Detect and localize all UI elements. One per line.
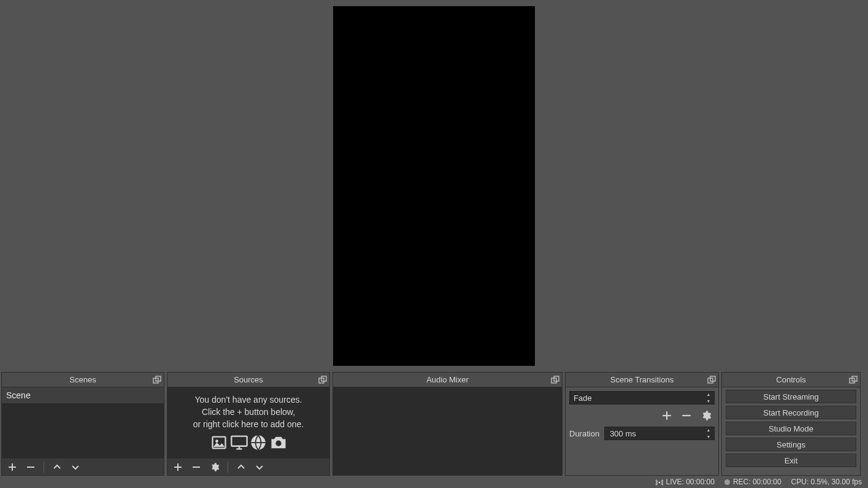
svg-rect-9 [231, 436, 247, 446]
transitions-body: Fade ▲▼ Duration 300 ms ▲▼ [566, 387, 718, 475]
add-transition-button[interactable] [659, 408, 674, 423]
transition-selected-label: Fade [574, 393, 592, 403]
exit-button[interactable]: Exit [726, 454, 856, 467]
mixer-dock-title: Audio Mixer [426, 375, 469, 384]
add-source-button[interactable] [171, 460, 185, 474]
controls-body: Start Streaming Start Recording Studio M… [722, 387, 860, 475]
scenes-dock-header: Scenes [2, 373, 164, 387]
globe-icon [250, 434, 267, 451]
transitions-dock: Scene Transitions Fade ▲▼ [565, 372, 719, 476]
mixer-body [333, 387, 562, 475]
toolbar-separator [44, 462, 44, 473]
start-recording-button[interactable]: Start Recording [726, 406, 856, 419]
sources-hint-icons [210, 434, 286, 451]
broadcast-icon [656, 479, 663, 486]
popout-icon[interactable] [848, 374, 859, 385]
status-rec-text: REC: 00:00:00 [733, 478, 782, 486]
popout-icon[interactable] [706, 374, 717, 385]
sources-empty-message[interactable]: You don't have any sources. Click the + … [167, 387, 329, 458]
duration-value: 300 ms [610, 429, 636, 438]
scenes-body: Scene [2, 387, 164, 475]
popout-icon[interactable] [152, 374, 163, 385]
svg-point-26 [659, 481, 661, 483]
camera-icon [269, 434, 286, 451]
transitions-dock-header: Scene Transitions [566, 373, 718, 387]
controls-dock-title: Controls [776, 375, 805, 384]
status-live-text: LIVE: 00:00:00 [666, 478, 714, 486]
source-properties-button[interactable] [208, 460, 221, 474]
popout-icon[interactable] [550, 374, 561, 385]
duration-row: Duration 300 ms ▲▼ [569, 427, 715, 440]
image-icon [210, 434, 228, 451]
select-spin-icon: ▲▼ [704, 392, 713, 403]
scenes-list[interactable]: Scene [2, 387, 164, 458]
sources-empty-line: or right click here to add one. [193, 418, 304, 430]
studio-mode-button[interactable]: Studio Mode [726, 422, 856, 435]
move-source-down-button[interactable] [253, 460, 266, 474]
status-cpu: CPU: 0.5%, 30.00 fps [791, 478, 862, 486]
sources-dock-header: Sources [167, 373, 329, 387]
status-cpu-text: CPU: 0.5%, 30.00 fps [791, 478, 862, 486]
preview-area [0, 0, 868, 372]
duration-label: Duration [569, 429, 599, 438]
status-bar: LIVE: 00:00:00 REC: 00:00:00 CPU: 0.5%, … [0, 476, 868, 488]
transition-select[interactable]: Fade ▲▼ [569, 391, 715, 405]
record-dot-icon [724, 479, 730, 485]
scenes-toolbar [2, 458, 164, 475]
mixer-dock-header: Audio Mixer [333, 373, 562, 387]
sources-toolbar [167, 458, 329, 475]
status-live: LIVE: 00:00:00 [656, 478, 714, 486]
move-source-up-button[interactable] [234, 460, 248, 474]
scenes-dock: Scenes Scene [1, 372, 164, 476]
sources-dock: Sources You don't have any sources. Clic… [167, 372, 330, 476]
transitions-dock-title: Scene Transitions [610, 375, 674, 384]
transition-properties-button[interactable] [699, 408, 713, 423]
svg-point-8 [215, 440, 218, 443]
move-scene-up-button[interactable] [50, 460, 64, 474]
scenes-dock-title: Scenes [69, 375, 96, 384]
sources-body: You don't have any sources. Click the + … [167, 387, 329, 475]
transitions-toolbar [569, 408, 715, 423]
start-streaming-button[interactable]: Start Streaming [726, 390, 856, 403]
move-scene-down-button[interactable] [69, 460, 82, 474]
docks-row: Scenes Scene [0, 372, 868, 476]
scene-item[interactable]: Scene [2, 387, 164, 403]
settings-button[interactable]: Settings [726, 438, 856, 451]
remove-transition-button[interactable] [679, 408, 694, 423]
status-rec: REC: 00:00:00 [724, 478, 782, 486]
audio-mixer-dock: Audio Mixer [332, 372, 563, 476]
add-scene-button[interactable] [6, 460, 19, 474]
spinbox-arrows-icon: ▲▼ [704, 428, 713, 439]
remove-source-button[interactable] [190, 460, 203, 474]
duration-spinbox[interactable]: 300 ms ▲▼ [604, 427, 715, 440]
display-icon [230, 434, 247, 451]
sources-empty-line: You don't have any sources. [195, 393, 302, 406]
svg-point-13 [275, 441, 281, 446]
toolbar-separator [228, 462, 228, 473]
popout-icon[interactable] [317, 374, 328, 385]
sources-empty-line: Click the + button below, [202, 406, 295, 418]
controls-dock-header: Controls [722, 373, 860, 387]
preview-canvas[interactable] [333, 6, 535, 366]
sources-dock-title: Sources [234, 375, 263, 384]
mixer-content[interactable] [333, 387, 562, 475]
remove-scene-button[interactable] [24, 460, 37, 474]
controls-dock: Controls Start Streaming Start Recording… [721, 372, 861, 476]
